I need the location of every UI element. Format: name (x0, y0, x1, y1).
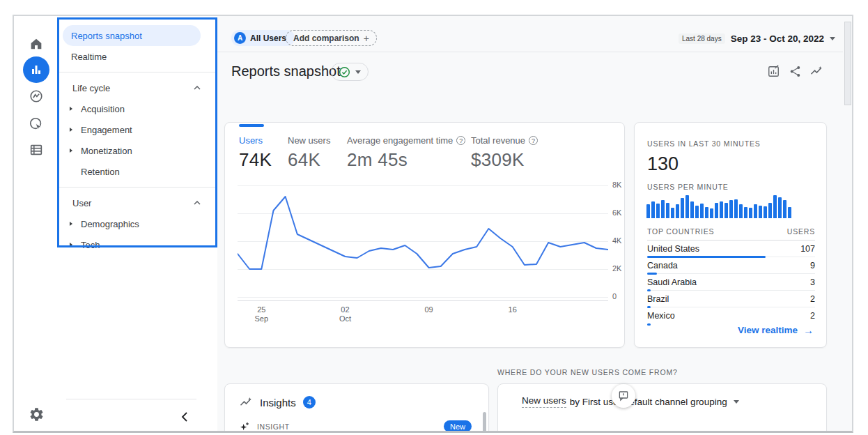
home-icon[interactable] (28, 36, 45, 52)
feedback-bubble-icon (617, 390, 630, 402)
admin-gear-icon[interactable] (28, 406, 45, 422)
country-row: Canada9 (647, 257, 815, 274)
plus-icon: + (364, 33, 369, 44)
sidebar-item-tech[interactable]: Tech (59, 234, 217, 255)
countries-column-header: TOP COUNTRIES (647, 227, 714, 236)
y-axis-label: 2K (612, 264, 621, 273)
new-badge: New (444, 420, 472, 432)
nav-section-label: User (72, 198, 91, 208)
date-range-value: Sep 23 - Oct 20, 2022 (731, 33, 824, 44)
x-axis-label: 02Oct (334, 305, 355, 323)
main-content: A All Users Add comparison + Last 28 day… (217, 16, 853, 431)
nav-section-life-cycle[interactable]: Life cycle (59, 77, 217, 98)
date-range-picker[interactable]: Last 28 days Sep 23 - Oct 20, 2022 (679, 30, 835, 47)
country-row: Saudi Arabia3 (647, 274, 815, 291)
insights-header[interactable]: Insights 4 (239, 395, 316, 409)
explore-icon[interactable] (28, 88, 45, 105)
top-countries-table: TOP COUNTRIES USERS United States107Cana… (647, 227, 815, 324)
caret-down-icon (355, 70, 361, 74)
selected-metric-indicator (239, 124, 264, 127)
y-axis-labels: 8K6K4K2K0 (612, 182, 629, 306)
metric-value: 74K (239, 149, 272, 171)
date-preset-chip: Last 28 days (679, 33, 725, 44)
library-icon[interactable] (28, 142, 45, 158)
expand-triangle-icon (70, 148, 72, 153)
per-minute-bar (749, 208, 752, 218)
per-minute-bar (690, 201, 694, 218)
customize-report-icon[interactable] (766, 64, 780, 78)
x-axis-label: 09 (419, 305, 440, 314)
per-minute-bar (783, 200, 786, 218)
sidebar-item-engagement[interactable]: Engagement (59, 119, 217, 140)
scrollbar-thumb[interactable] (844, 22, 851, 105)
reports-icon[interactable] (23, 56, 49, 83)
expand-triangle-icon (70, 243, 72, 247)
nav-divider (59, 187, 217, 188)
realtime-title: USERS IN LAST 30 MINUTES (647, 139, 761, 148)
per-minute-bar (739, 204, 743, 218)
y-axis-label: 8K (612, 181, 621, 189)
analytics-window: Reports snapshot Realtime Life cycle Acq… (13, 15, 853, 433)
nav-footer-divider (66, 399, 196, 399)
x-axis-labels: 25Sep02Oct0916 (238, 305, 608, 326)
report-status-dropdown[interactable] (331, 63, 369, 81)
sidebar-item-realtime[interactable]: Realtime (59, 46, 217, 67)
add-comparison-label: Add comparison (293, 33, 359, 43)
nav-section-user[interactable]: User (59, 192, 217, 213)
dimension-name: by First user default channel grouping (570, 397, 727, 407)
per-minute-bar (773, 195, 777, 218)
per-minute-bar (646, 204, 650, 218)
feedback-button[interactable] (612, 384, 635, 408)
metric-value: 64K (288, 149, 330, 171)
share-icon[interactable] (788, 64, 802, 78)
per-minute-bar (754, 204, 757, 218)
metric-tab-total-revenue[interactable]: Total revenue? $309K (471, 135, 538, 171)
view-realtime-link[interactable]: View realtime → (738, 324, 814, 336)
metric-tab-new-users[interactable]: New users 64K (288, 135, 330, 171)
advertising-icon[interactable] (28, 116, 45, 132)
sidebar-item-label: Reports snapshot (71, 31, 142, 41)
sidebar-item-reports-snapshot[interactable]: Reports snapshot (63, 25, 201, 46)
per-minute-bar (764, 206, 767, 218)
nav-footer (59, 399, 217, 431)
arrow-right-icon: → (803, 324, 814, 336)
per-minute-bar (681, 198, 684, 218)
sidebar-item-monetization[interactable]: Monetization (59, 140, 217, 161)
y-axis-label: 6K (612, 208, 621, 217)
collapse-nav-button[interactable] (177, 410, 191, 424)
add-comparison-button[interactable]: Add comparison + (286, 30, 377, 46)
sidebar-item-demographics[interactable]: Demographics (59, 213, 217, 234)
per-minute-bar (734, 199, 738, 218)
caret-down-icon (830, 37, 835, 40)
per-minute-bar (676, 204, 679, 218)
help-icon[interactable]: ? (529, 136, 538, 145)
insights-title: Insights (260, 397, 296, 409)
metric-tab-users[interactable]: Users 74K (239, 135, 272, 171)
sidebar-item-acquisition[interactable]: Acquisition (59, 98, 217, 119)
insights-sparkline-icon[interactable] (809, 64, 823, 78)
metric-value: 2m 45s (347, 149, 465, 171)
line-chart-svg (238, 182, 608, 302)
page-scrollbar[interactable] (843, 16, 853, 431)
realtime-user-count: 130 (647, 153, 679, 175)
users-per-minute-label: USERS PER MINUTE (647, 183, 729, 191)
sidebar-item-retention[interactable]: Retention (59, 161, 217, 182)
per-minute-bar (685, 195, 689, 218)
per-minute-bar (724, 203, 728, 218)
chevron-left-icon (181, 412, 187, 422)
per-minute-bar (671, 208, 674, 218)
insights-scrollbar[interactable] (483, 412, 486, 433)
reports-icon-circle (23, 56, 49, 83)
country-row: United States107 (647, 241, 815, 257)
per-minute-bar (651, 201, 655, 218)
segment-avatar: A (234, 32, 246, 44)
y-axis-label: 4K (612, 236, 621, 245)
metric-tab-avg-engagement-time[interactable]: Average engagement time? 2m 45s (347, 135, 465, 171)
per-minute-bar (778, 197, 782, 218)
new-users-section-title: WHERE DO YOUR NEW USERS COME FROM? (497, 368, 678, 376)
help-icon[interactable]: ? (456, 136, 465, 145)
insight-row[interactable]: INSIGHT New (239, 420, 472, 432)
insights-sparkline-icon (239, 395, 253, 409)
insights-count-badge: 4 (303, 396, 316, 409)
nav-section-label: Life cycle (72, 83, 110, 93)
